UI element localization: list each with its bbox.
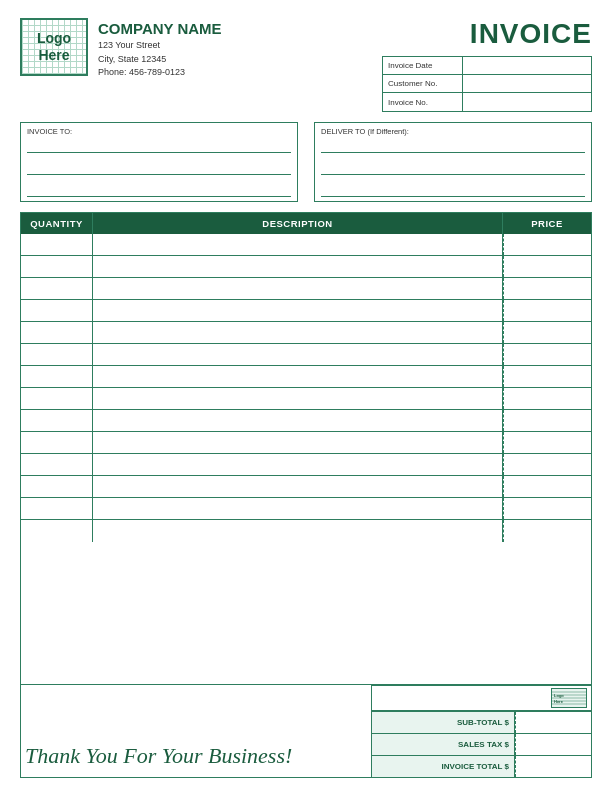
row-desc[interactable] — [93, 344, 503, 365]
row-qty[interactable] — [21, 256, 93, 277]
table-row — [21, 410, 591, 432]
row-desc[interactable] — [93, 322, 503, 343]
company-details: 123 Your Street City, State 12345 Phone:… — [98, 39, 222, 80]
row-price[interactable] — [503, 454, 591, 475]
row-qty[interactable] — [21, 498, 93, 519]
table-row — [21, 366, 591, 388]
row-price[interactable] — [503, 322, 591, 343]
deliver-to-line-3 — [321, 183, 585, 197]
company-phone: Phone: 456-789-0123 — [98, 66, 222, 80]
invoice-to-box: INVOICE TO: — [20, 122, 298, 202]
sales-tax-value[interactable] — [515, 734, 591, 755]
company-street: 123 Your Street — [98, 39, 222, 53]
row-price[interactable] — [503, 234, 591, 255]
row-price[interactable] — [503, 520, 591, 542]
table-row — [21, 278, 591, 300]
subtotal-row: SUB-TOTAL $ — [372, 711, 591, 733]
row-price[interactable] — [503, 300, 591, 321]
items-table: QUANTITY DESCRIPTION PRICE — [20, 212, 592, 685]
deliver-to-line-1 — [321, 139, 585, 153]
invoice-total-row: INVOICE TOTAL $ — [372, 755, 591, 777]
invoice-to-line-1 — [27, 139, 291, 153]
row-desc[interactable] — [93, 278, 503, 299]
row-desc[interactable] — [93, 410, 503, 431]
table-row — [21, 322, 591, 344]
table-row — [21, 476, 591, 498]
row-price[interactable] — [503, 498, 591, 519]
invoice-total-label: INVOICE TOTAL $ — [372, 756, 515, 777]
row-qty[interactable] — [21, 520, 93, 542]
row-qty[interactable] — [21, 278, 93, 299]
company-city-state: City, State 12345 — [98, 53, 222, 67]
row-price[interactable] — [503, 476, 591, 497]
row-price[interactable] — [503, 366, 591, 387]
row-qty[interactable] — [21, 234, 93, 255]
subtotal-value[interactable] — [515, 712, 591, 733]
row-desc[interactable] — [93, 256, 503, 277]
row-desc[interactable] — [93, 300, 503, 321]
header: Logo Here COMPANY NAME 123 Your Street C… — [20, 18, 592, 112]
row-price[interactable] — [503, 410, 591, 431]
table-header: QUANTITY DESCRIPTION PRICE — [21, 213, 591, 234]
row-price[interactable] — [503, 388, 591, 409]
invoice-fields: Invoice Date Customer No. Invoice No. — [382, 56, 592, 112]
table-row — [21, 432, 591, 454]
row-qty[interactable] — [21, 344, 93, 365]
table-row — [21, 256, 591, 278]
deliver-to-box: DELIVER TO (If Different): — [314, 122, 592, 202]
row-price[interactable] — [503, 344, 591, 365]
table-row — [21, 234, 591, 256]
customer-no-label: Customer No. — [383, 75, 463, 92]
row-qty[interactable] — [21, 410, 93, 431]
sales-tax-row: SALES TAX $ — [372, 733, 591, 755]
table-row — [21, 344, 591, 366]
subtotal-label: SUB-TOTAL $ — [372, 712, 515, 733]
customer-no-row: Customer No. — [383, 75, 591, 93]
small-logo-svg: Logo Here — [552, 689, 586, 707]
svg-text:Here: Here — [554, 699, 564, 704]
invoice-no-row: Invoice No. — [383, 93, 591, 111]
row-price[interactable] — [503, 432, 591, 453]
header-left: Logo Here COMPANY NAME 123 Your Street C… — [20, 18, 222, 80]
row-desc[interactable] — [93, 498, 503, 519]
invoice-to-label: INVOICE TO: — [27, 127, 291, 136]
logo-box: Logo Here — [20, 18, 88, 76]
row-qty[interactable] — [21, 300, 93, 321]
invoice-no-label: Invoice No. — [383, 93, 463, 111]
invoice-date-label: Invoice Date — [383, 57, 463, 74]
row-price[interactable] — [503, 278, 591, 299]
totals-section: Logo Here SUB-TOTAL $ SALES TAX $ INVOIC… — [371, 685, 591, 777]
totals-logo-row: Logo Here — [372, 685, 591, 711]
table-row — [21, 388, 591, 410]
sales-tax-label: SALES TAX $ — [372, 734, 515, 755]
col-price-header: PRICE — [503, 213, 591, 234]
row-desc[interactable] — [93, 234, 503, 255]
svg-text:Logo: Logo — [554, 693, 564, 698]
logo-text: Logo Here — [37, 30, 71, 64]
table-row — [21, 498, 591, 520]
col-qty-header: QUANTITY — [21, 213, 93, 234]
row-desc[interactable] — [93, 432, 503, 453]
row-desc[interactable] — [93, 520, 503, 542]
header-right: INVOICE Invoice Date Customer No. Invoic… — [382, 18, 592, 112]
invoice-page: Logo Here COMPANY NAME 123 Your Street C… — [0, 0, 612, 792]
row-qty[interactable] — [21, 454, 93, 475]
invoice-total-value[interactable] — [515, 756, 591, 777]
table-row — [21, 300, 591, 322]
row-price[interactable] — [503, 256, 591, 277]
footer-section: Thank You For Your Business! Logo Here — [20, 685, 592, 778]
row-desc[interactable] — [93, 454, 503, 475]
row-qty[interactable] — [21, 476, 93, 497]
row-qty[interactable] — [21, 432, 93, 453]
row-desc[interactable] — [93, 366, 503, 387]
deliver-to-label: DELIVER TO (If Different): — [321, 127, 585, 136]
row-desc[interactable] — [93, 476, 503, 497]
row-qty[interactable] — [21, 388, 93, 409]
logo-line1: Logo — [37, 30, 71, 46]
row-qty[interactable] — [21, 322, 93, 343]
invoice-to-lines — [27, 139, 291, 197]
row-desc[interactable] — [93, 388, 503, 409]
row-qty[interactable] — [21, 366, 93, 387]
col-desc-header: DESCRIPTION — [93, 213, 503, 234]
table-row — [21, 520, 591, 542]
